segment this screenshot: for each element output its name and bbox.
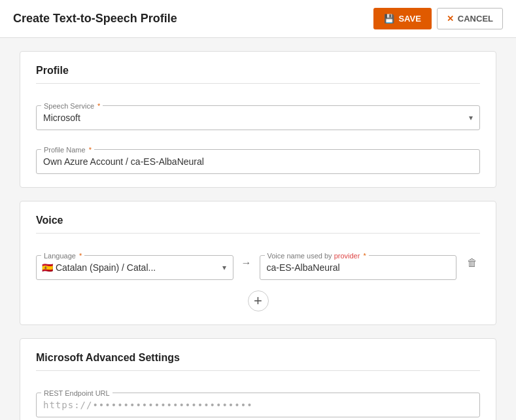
main-content: Profile Speech Service * Microsoft Googl… [0, 38, 516, 420]
voice-arrow-icon: → [241, 257, 252, 269]
page-header: Create Text-to-Speech Profile 💾 SAVE ✕ C… [0, 0, 516, 38]
profile-card: Profile Speech Service * Microsoft Googl… [20, 51, 496, 188]
voice-row: Language * 🇪🇸 Catalan (Spain) / Catal...… [36, 245, 480, 280]
profile-name-wrapper [36, 149, 480, 174]
rest-endpoint-field: REST Endpoint URL [36, 383, 480, 417]
voice-name-label: Voice name used by provider * [265, 252, 369, 260]
profile-name-input[interactable] [37, 150, 479, 173]
profile-name-field: Profile Name * [36, 139, 480, 174]
advanced-settings-card: Microsoft Advanced Settings REST Endpoin… [20, 338, 496, 420]
header-actions: 💾 SAVE ✕ CANCEL [373, 8, 503, 29]
delete-icon: 🗑 [467, 257, 477, 268]
cancel-icon: ✕ [447, 14, 454, 24]
rest-endpoint-label: REST Endpoint URL [41, 389, 112, 397]
page-title: Create Text-to-Speech Profile [13, 12, 177, 26]
save-button[interactable]: 💾 SAVE [373, 8, 431, 29]
cancel-button[interactable]: ✕ CANCEL [437, 8, 503, 29]
language-field: Language * 🇪🇸 Catalan (Spain) / Catal...… [36, 245, 233, 280]
profile-section-title: Profile [36, 65, 480, 84]
voice-name-field: Voice name used by provider * [260, 245, 457, 280]
speech-service-label: Speech Service * [41, 102, 103, 110]
speech-service-field: Speech Service * Microsoft Google Amazon… [36, 96, 480, 130]
add-voice-button[interactable]: + [248, 290, 269, 311]
add-icon: + [254, 294, 262, 308]
advanced-section-title: Microsoft Advanced Settings [36, 352, 480, 371]
language-label: Language * [41, 252, 84, 260]
voice-card: Voice Language * 🇪🇸 Catalan (Spain) / Ca… [20, 201, 496, 325]
save-icon: 💾 [384, 14, 394, 24]
speech-service-select[interactable]: Microsoft Google Amazon [37, 106, 479, 130]
voice-section-title: Voice [36, 215, 480, 234]
profile-name-label: Profile Name * [41, 146, 94, 154]
delete-voice-button[interactable]: 🗑 [464, 254, 480, 271]
